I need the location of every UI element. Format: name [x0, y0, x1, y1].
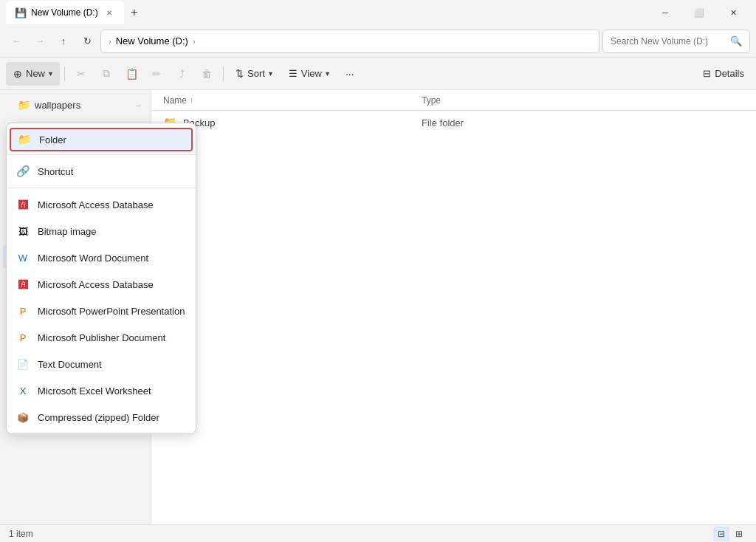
- toolbar: ⊕ New ▾ ✂ ⧉ 📋 ✏ ⤴ 🗑 ⇅ Sort ▾ ☰ View ▾ ··…: [0, 58, 756, 90]
- menu-item-bitmap-label: Bitmap image: [38, 226, 96, 237]
- new-dropdown-icon: ▾: [49, 69, 52, 78]
- more-button[interactable]: ···: [338, 62, 362, 86]
- up-button[interactable]: ↑: [53, 31, 74, 52]
- menu-item-access2-label: Microsoft Access Database: [38, 279, 154, 290]
- search-box[interactable]: 🔍: [602, 30, 750, 53]
- tab-title: New Volume (D:): [31, 7, 98, 18]
- menu-item-text[interactable]: 📄 Text Document: [7, 351, 196, 377]
- menu-item-access1[interactable]: 🅰 Microsoft Access Database: [7, 191, 196, 218]
- menu-separator-1: [7, 154, 196, 155]
- powerpoint-icon: P: [16, 303, 30, 318]
- menu-item-folder[interactable]: 📁 Folder: [10, 128, 193, 151]
- wallpapers-pin-icon: →: [134, 101, 142, 109]
- access-icon-2: 🅰: [16, 277, 30, 292]
- sort-icon: ⇅: [236, 68, 244, 79]
- status-bar: 1 item ⊟ ⊞: [0, 524, 756, 542]
- search-input[interactable]: [611, 36, 726, 47]
- shortcut-icon: 🔗: [16, 164, 30, 179]
- menu-item-shortcut-label: Shortcut: [38, 166, 73, 177]
- file-name-backup: 📁 Backup: [163, 116, 422, 129]
- wallpapers-folder-icon: 📁: [18, 99, 30, 111]
- cut-button[interactable]: ✂: [69, 62, 93, 86]
- address-path[interactable]: › New Volume (D:) ›: [100, 30, 599, 53]
- search-icon: 🔍: [730, 35, 742, 47]
- new-tab-button[interactable]: +: [124, 2, 145, 23]
- sort-label: Sort: [247, 68, 265, 79]
- file-type-backup: File folder: [422, 117, 532, 128]
- zip-icon: 📦: [16, 410, 30, 425]
- main-area: 📁 Folder 🔗 Shortcut 🅰 Microsoft Access D…: [0, 90, 756, 524]
- copy-button[interactable]: ⧉: [94, 62, 118, 86]
- sort-button[interactable]: ⇅ Sort ▾: [228, 62, 280, 86]
- menu-item-zip[interactable]: 📦 Compressed (zipped) Folder: [7, 404, 196, 430]
- paste-button[interactable]: 📋: [120, 62, 143, 86]
- toolbar-separator-1: [64, 66, 65, 81]
- back-button[interactable]: ←: [6, 31, 27, 52]
- menu-item-text-label: Text Document: [38, 359, 102, 370]
- close-button[interactable]: ✕: [716, 0, 750, 25]
- menu-item-powerpoint[interactable]: P Microsoft PowerPoint Presentation: [7, 298, 196, 324]
- wallpapers-label: wallpapers: [35, 100, 130, 111]
- menu-item-word-label: Microsoft Word Document: [38, 253, 148, 264]
- menu-item-excel-label: Microsoft Excel Worksheet: [38, 385, 151, 397]
- refresh-button[interactable]: ↻: [77, 31, 97, 52]
- menu-item-shortcut[interactable]: 🔗 Shortcut: [7, 158, 196, 185]
- folder-icon: 📁: [17, 132, 32, 147]
- details-icon: ⊟: [703, 68, 711, 79]
- tab-close-button[interactable]: ✕: [103, 7, 115, 18]
- bitmap-icon: 🖼: [16, 224, 30, 239]
- delete-button[interactable]: 🗑: [195, 62, 219, 86]
- column-name-label: Name: [163, 95, 187, 106]
- publisher-icon: P: [16, 330, 30, 345]
- active-tab[interactable]: 💾 New Volume (D:) ✕: [6, 1, 124, 24]
- path-arrow: ›: [193, 37, 196, 46]
- menu-item-excel[interactable]: X Microsoft Excel Worksheet: [7, 377, 196, 404]
- view-toggle: ⊟ ⊞: [713, 526, 747, 541]
- view-dropdown-icon: ▾: [326, 69, 329, 78]
- menu-item-powerpoint-label: Microsoft PowerPoint Presentation: [38, 306, 185, 317]
- menu-item-word[interactable]: W Microsoft Word Document: [7, 244, 196, 271]
- text-icon: 📄: [16, 357, 30, 371]
- item-count: 1 item: [9, 529, 33, 539]
- menu-item-publisher[interactable]: P Microsoft Publisher Document: [7, 324, 196, 351]
- rename-button[interactable]: ✏: [145, 62, 168, 86]
- new-dropdown-menu: 📁 Folder 🔗 Shortcut 🅰 Microsoft Access D…: [6, 123, 196, 434]
- new-button[interactable]: ⊕ New ▾: [6, 62, 60, 86]
- menu-item-access2[interactable]: 🅰 Microsoft Access Database: [7, 271, 196, 298]
- excel-icon: X: [16, 383, 30, 398]
- file-area: Name ↑ Type 📁 Backup File folder: [151, 90, 756, 524]
- details-view-button[interactable]: ⊟: [713, 526, 729, 541]
- tiles-view-button[interactable]: ⊞: [731, 526, 747, 541]
- menu-item-access1-label: Microsoft Access Database: [38, 199, 154, 210]
- share-button[interactable]: ⤴: [170, 62, 193, 86]
- menu-item-zip-label: Compressed (zipped) Folder: [38, 412, 159, 423]
- column-type: Type: [422, 95, 532, 106]
- backup-type-label: File folder: [422, 117, 464, 128]
- column-header: Name ↑ Type: [151, 90, 756, 111]
- new-label: New: [26, 68, 45, 79]
- forward-button[interactable]: →: [30, 31, 50, 52]
- sort-arrow-icon: ↑: [190, 96, 193, 104]
- toolbar-separator-2: [223, 66, 224, 81]
- address-bar: ← → ↑ ↻ › New Volume (D:) › 🔍: [0, 25, 756, 58]
- column-type-label: Type: [422, 95, 441, 106]
- tab-icon: 💾: [15, 7, 27, 18]
- title-bar: 💾 New Volume (D:) ✕ + ─ ⬜ ✕: [0, 0, 756, 25]
- sidebar-item-wallpapers[interactable]: 📁 wallpapers →: [3, 93, 148, 117]
- minimize-button[interactable]: ─: [648, 0, 682, 25]
- view-button[interactable]: ☰ View ▾: [281, 62, 337, 86]
- access-icon-1: 🅰: [16, 197, 30, 212]
- path-separator: ›: [109, 37, 111, 46]
- maximize-button[interactable]: ⬜: [682, 0, 716, 25]
- tab-area: 💾 New Volume (D:) ✕ +: [6, 1, 648, 24]
- details-button[interactable]: ⊟ Details: [697, 65, 750, 82]
- path-item: New Volume (D:): [116, 35, 188, 47]
- menu-separator-2: [7, 188, 196, 188]
- new-plus-icon: ⊕: [13, 68, 22, 80]
- file-row-backup[interactable]: 📁 Backup File folder: [151, 111, 756, 134]
- sort-dropdown-icon: ▾: [269, 69, 272, 78]
- menu-item-bitmap[interactable]: 🖼 Bitmap image: [7, 218, 196, 244]
- window-controls: ─ ⬜ ✕: [648, 0, 750, 25]
- details-label: Details: [715, 68, 744, 79]
- view-label: View: [301, 68, 322, 79]
